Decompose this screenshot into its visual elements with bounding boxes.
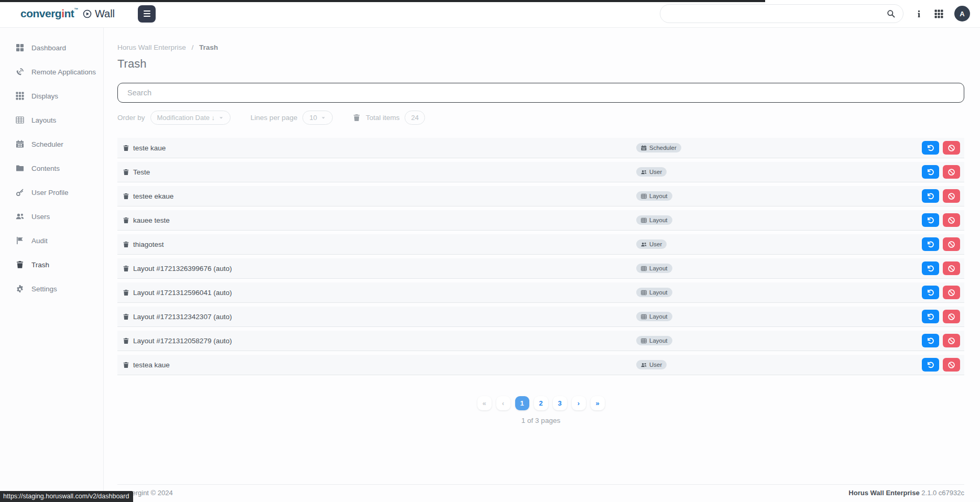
grid-2x2-icon: [16, 43, 24, 52]
delete-forever-button[interactable]: [943, 189, 960, 203]
item-type-badge: Layout: [636, 191, 672, 201]
pagination-summary: 1 of 3 pages: [117, 417, 964, 424]
sidebar-item-remote-applications[interactable]: Remote Applications: [0, 60, 103, 84]
sidebar-item-dashboard[interactable]: Dashboard: [0, 36, 103, 60]
apps-menu-button[interactable]: [934, 9, 943, 18]
item-type-badge: User: [636, 167, 667, 177]
sidebar-item-label: Layouts: [31, 116, 56, 124]
sidebar-item-user-profile[interactable]: User Profile: [0, 180, 103, 204]
sidebar-item-label: Remote Applications: [31, 68, 96, 76]
restore-undo-icon: [927, 168, 934, 176]
restore-button[interactable]: [922, 334, 939, 347]
wall-logo: Wall: [83, 8, 115, 20]
pagination-next-button[interactable]: ›: [572, 396, 586, 410]
delete-forever-button[interactable]: [943, 141, 960, 155]
sidebar-item-contents[interactable]: Contents: [0, 156, 103, 180]
pagination-last-button[interactable]: »: [591, 396, 605, 410]
table-cells-icon: [641, 266, 647, 271]
ban-icon: [948, 216, 955, 224]
sidebar-item-trash[interactable]: Trash: [0, 253, 103, 277]
restore-undo-icon: [927, 144, 934, 152]
delete-forever-button[interactable]: [943, 261, 960, 275]
page-title: Trash: [117, 57, 964, 71]
sidebar-item-audit[interactable]: Audit: [0, 228, 103, 253]
trash-search-input[interactable]: [117, 83, 964, 103]
restore-button[interactable]: [922, 213, 939, 227]
pagination-page-2[interactable]: 2: [534, 396, 548, 410]
trash-item-name: Layout #1721326399676 (auto): [123, 265, 232, 272]
delete-forever-button[interactable]: [943, 165, 960, 179]
ban-icon: [948, 168, 955, 176]
brand-logo: convergint™ Wall: [20, 7, 115, 20]
ban-icon: [948, 192, 955, 200]
calendar-icon: [16, 140, 24, 148]
sidebar-item-label: User Profile: [31, 189, 69, 197]
sidebar-item-layouts[interactable]: Layouts: [0, 108, 103, 132]
flag-icon: [16, 236, 24, 245]
order-by-select[interactable]: Modification Date ↓: [150, 111, 231, 125]
restore-button[interactable]: [922, 310, 939, 323]
delete-forever-button[interactable]: [943, 334, 960, 347]
global-search-box[interactable]: [660, 4, 903, 23]
breadcrumb-root-link[interactable]: Horus Wall Enterprise: [117, 43, 186, 51]
item-type-badge: User: [636, 360, 667, 369]
calendar-icon: [641, 145, 647, 151]
browser-top-strip: [0, 0, 765, 2]
main-content: Horus Wall Enterprise / Trash Trash Orde…: [104, 28, 980, 502]
search-icon[interactable]: [887, 9, 895, 18]
restore-button[interactable]: [922, 286, 939, 299]
trash-item-name: Layout #1721312596041 (auto): [123, 289, 232, 297]
pagination-page-1[interactable]: 1: [515, 396, 529, 410]
restore-button[interactable]: [922, 237, 939, 251]
trash-row: kauee teste Layout: [117, 210, 964, 231]
filter-bar: Order by Modification Date ↓ Lines per p…: [117, 111, 964, 125]
trash-icon: [123, 169, 129, 176]
restore-button[interactable]: [922, 165, 939, 179]
footer: convergint © 2024 Horus Wall Enterprise …: [117, 484, 964, 502]
total-items-badge: 24: [405, 111, 424, 125]
restore-button[interactable]: [922, 358, 939, 372]
ban-icon: [948, 265, 955, 272]
table-cells-icon: [641, 314, 647, 320]
sidebar-item-users[interactable]: Users: [0, 204, 103, 228]
users-icon: [16, 212, 24, 221]
delete-forever-button[interactable]: [943, 358, 960, 372]
lines-per-page-select[interactable]: 10: [302, 111, 332, 125]
sidebar-item-scheduler[interactable]: Scheduler: [0, 132, 103, 156]
trash-list: teste kaue Scheduler Teste User: [117, 138, 964, 379]
table-cells-icon: [641, 290, 647, 296]
trash-icon: [353, 114, 361, 122]
delete-forever-button[interactable]: [943, 310, 960, 323]
delete-forever-button[interactable]: [943, 237, 960, 251]
trash-item-name: teste kaue: [123, 144, 166, 152]
trash-item-name: Teste: [123, 168, 150, 176]
restore-undo-icon: [927, 289, 934, 297]
delete-forever-button[interactable]: [943, 213, 960, 227]
pagination-prev-button: ‹: [496, 396, 510, 410]
item-type-badge: User: [636, 239, 667, 249]
restore-button[interactable]: [922, 261, 939, 275]
gear-icon: [16, 285, 24, 293]
total-items-label: Total items: [366, 114, 400, 122]
pagination-page-3[interactable]: 3: [553, 396, 567, 410]
restore-button[interactable]: [922, 141, 939, 155]
delete-forever-button[interactable]: [943, 286, 960, 299]
restore-undo-icon: [927, 361, 934, 369]
brand-product-label: Wall: [95, 8, 115, 20]
trash-row: Layout #1721312058279 (auto) Layout: [117, 331, 964, 351]
user-avatar[interactable]: A: [954, 6, 970, 21]
sidebar-item-label: Trash: [31, 261, 49, 269]
item-type-badge: Layout: [636, 336, 672, 345]
trash-row: teste kaue Scheduler: [117, 138, 964, 158]
ban-icon: [948, 337, 955, 345]
sidebar-item-displays[interactable]: Displays: [0, 84, 103, 108]
sidebar-toggle-button[interactable]: [138, 5, 156, 23]
info-button[interactable]: [915, 10, 923, 18]
footer-version: Horus Wall Enterprise 2.1.0 c67932c: [848, 489, 964, 497]
restore-button[interactable]: [922, 189, 939, 203]
trash-item-name: testee ekaue: [123, 192, 173, 200]
trash-row: Teste User: [117, 162, 964, 182]
info-icon: [915, 10, 923, 18]
sidebar-item-settings[interactable]: Settings: [0, 277, 103, 301]
global-search-input[interactable]: [668, 9, 887, 18]
